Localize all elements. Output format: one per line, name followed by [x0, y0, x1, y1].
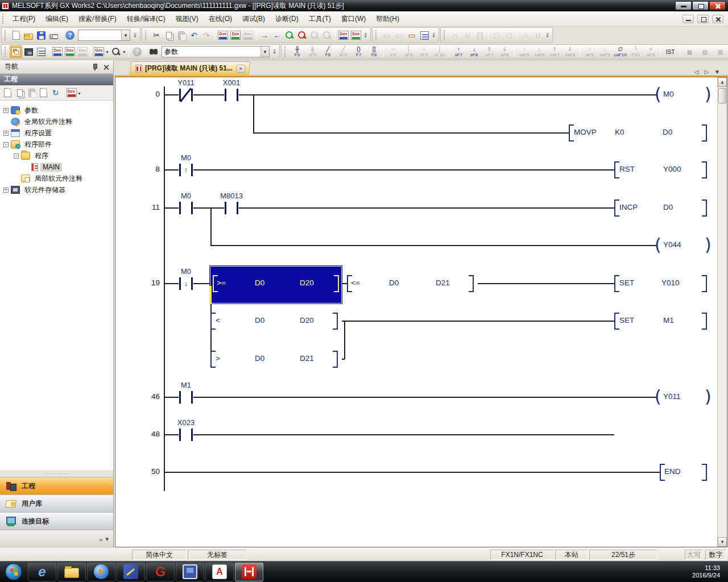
- tree-expander-icon[interactable]: +: [3, 108, 9, 113]
- nav-button-lib[interactable]: 用户库: [0, 494, 113, 512]
- module-configuration-icon[interactable]: [22, 45, 35, 58]
- read-from-plc-icon[interactable]: ←: [271, 29, 283, 41]
- taskbar-clock[interactable]: 11:33 2016/9/24: [692, 564, 722, 579]
- invert-result-button[interactable]: ∅caF10: [613, 45, 628, 59]
- search-combo[interactable]: 参数▼: [162, 46, 270, 57]
- footer-chevron-icon[interactable]: »: [99, 536, 102, 543]
- tree-item[interactable]: +参数: [0, 105, 113, 116]
- contact-no[interactable]: [224, 202, 239, 214]
- restore-button[interactable]: [692, 1, 709, 10]
- rising-pulse-button[interactable]: ↑sF7: [451, 45, 466, 59]
- scrollbar-thumb[interactable]: [718, 88, 726, 103]
- design-tool-taskbar-button[interactable]: [117, 563, 145, 581]
- menu-item[interactable]: 窗口(W): [336, 12, 371, 26]
- cut-icon[interactable]: ✂: [150, 29, 163, 41]
- tree-item[interactable]: 局部软元件注释: [0, 173, 113, 184]
- toolbar-overflow-icon[interactable]: ≡▾: [544, 33, 551, 38]
- print-icon[interactable]: [47, 29, 60, 41]
- monitor-stop-icon[interactable]: [296, 29, 308, 41]
- toolbar-overflow-icon[interactable]: ≡▾: [132, 33, 138, 38]
- menu-item[interactable]: 工程(P): [7, 12, 40, 26]
- device-search-icon[interactable]: ▼: [110, 45, 122, 58]
- sort-filter-icon[interactable]: Dev▼: [65, 87, 77, 99]
- media-player-taskbar-button[interactable]: [87, 563, 115, 581]
- nav-button-proj[interactable]: 工程: [0, 477, 113, 494]
- application-instruction-button[interactable]: []F8: [366, 45, 382, 59]
- nav-button-conn[interactable]: 连接目标: [0, 512, 113, 530]
- navigation-window-icon[interactable]: [10, 45, 22, 58]
- copy-data-icon[interactable]: [14, 87, 26, 99]
- work-list-icon[interactable]: [35, 45, 47, 58]
- tree-expander-icon[interactable]: +: [3, 131, 9, 136]
- contact-no[interactable]: [179, 202, 193, 214]
- write-to-plc-icon[interactable]: →: [258, 29, 271, 41]
- menu-item[interactable]: 转换/编译(C): [122, 12, 171, 26]
- toolbar-overflow-icon[interactable]: ≡▾: [271, 49, 278, 54]
- windows-explorer-taskbar-button[interactable]: [57, 563, 86, 581]
- scroll-down-icon[interactable]: ▼: [718, 537, 727, 547]
- tree-expander-icon[interactable]: +: [3, 188, 9, 193]
- monitor-start-icon[interactable]: [283, 29, 296, 41]
- tree-item[interactable]: MAIN: [0, 161, 113, 173]
- menu-item[interactable]: 在线(O): [204, 12, 237, 26]
- minimize-button[interactable]: [675, 1, 692, 10]
- panel-splitter[interactable]: ·········: [0, 470, 113, 477]
- device-memory-icon[interactable]: Dev: [229, 29, 242, 41]
- copy-icon[interactable]: [163, 29, 175, 41]
- selected-cell[interactable]: [209, 265, 342, 304]
- nav-close-icon[interactable]: [103, 64, 110, 70]
- coil-button[interactable]: ()F7: [351, 45, 366, 59]
- device-display-drop-icon[interactable]: ▼: [105, 50, 109, 54]
- scroll-up-icon[interactable]: ▲: [718, 77, 727, 87]
- help-icon[interactable]: ?: [64, 29, 76, 41]
- combo-drop-icon[interactable]: ▼: [260, 47, 269, 57]
- gx-works2-taskbar-button[interactable]: [235, 563, 263, 581]
- falling-pulse-button[interactable]: ↓sF8: [466, 45, 482, 59]
- mdi-restore-button[interactable]: [697, 15, 709, 23]
- watch-window-2-icon[interactable]: Dev: [350, 29, 362, 41]
- combo-drop-icon[interactable]: ▼: [121, 30, 130, 40]
- tree-expander-icon[interactable]: -: [3, 142, 9, 147]
- dev-comment-list-icon[interactable]: Dev: [64, 45, 76, 58]
- tree-item[interactable]: +软元件存储器: [0, 184, 113, 196]
- inline-structured-text-button[interactable]: IST: [663, 45, 678, 59]
- toolbar-overflow-icon[interactable]: ≡▾: [431, 33, 437, 38]
- tab-main-program[interactable]: [PRG]读取 MAIN (只读) 51... ✕: [130, 61, 251, 75]
- menu-item[interactable]: 视图(V): [171, 12, 204, 26]
- tree-expander-icon[interactable]: -: [14, 153, 19, 159]
- menu-item[interactable]: 工具(T): [304, 12, 336, 26]
- closed-contact-button[interactable]: ╱F6: [320, 45, 336, 59]
- device-display-icon[interactable]: Dev▼: [93, 45, 105, 58]
- footer-drop-icon[interactable]: ▾: [105, 535, 109, 543]
- contact-no[interactable]: [179, 391, 193, 404]
- contact-down[interactable]: ↓: [179, 277, 193, 290]
- tab-scroll-right-icon[interactable]: ▷: [704, 69, 709, 75]
- remote-desktop-taskbar-button[interactable]: [176, 563, 204, 581]
- device-search-drop-icon[interactable]: ▼: [122, 50, 126, 54]
- tab-close-icon[interactable]: ✕: [237, 65, 245, 73]
- mdi-close-button[interactable]: [712, 15, 723, 23]
- pin-icon[interactable]: [92, 63, 97, 70]
- undo-icon[interactable]: ↶: [188, 29, 200, 41]
- tree-item[interactable]: -程序部件: [0, 139, 113, 150]
- open-project-icon[interactable]: [22, 29, 35, 41]
- contact-nc[interactable]: [179, 89, 193, 101]
- start-button[interactable]: [5, 563, 22, 580]
- adobe-reader-taskbar-button[interactable]: A: [205, 563, 234, 581]
- tree-item[interactable]: 全局软元件注释: [0, 116, 113, 127]
- new-data-icon[interactable]: [2, 87, 14, 99]
- g-application-taskbar-button[interactable]: G: [146, 563, 175, 581]
- tab-list-drop-icon[interactable]: ▼: [714, 69, 720, 75]
- sort-filter-drop-icon[interactable]: ▼: [77, 92, 81, 95]
- dev-comment-find-icon[interactable]: Dev: [51, 45, 64, 58]
- menu-item[interactable]: 编辑(E): [40, 12, 73, 26]
- tree-item[interactable]: -程序: [0, 150, 113, 161]
- contact-no[interactable]: [224, 89, 239, 101]
- toolbar-overflow-icon[interactable]: ≡▾: [362, 33, 369, 38]
- tree-item[interactable]: +程序设置: [0, 127, 113, 139]
- window-arrange-icon[interactable]: ▭: [406, 29, 418, 41]
- mdi-minimize-button[interactable]: [682, 15, 694, 23]
- menu-item[interactable]: 帮助(H): [371, 12, 404, 26]
- tab-scroll-left-icon[interactable]: ◁: [694, 69, 699, 75]
- vertical-scrollbar[interactable]: ▲ ▼: [717, 77, 727, 547]
